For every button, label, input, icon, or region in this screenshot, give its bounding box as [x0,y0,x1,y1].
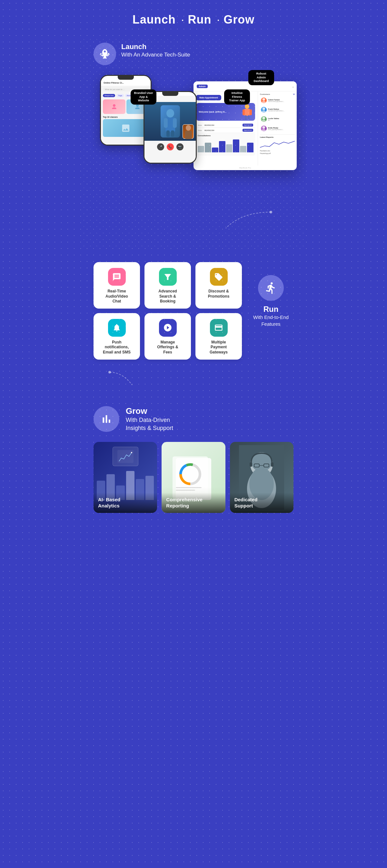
run-layout: Real-TimeAudio/VideoChat AdvancedSearch … [94,262,293,364]
video-phone-screen: ← [144,96,196,163]
cat-yoga[interactable]: Yoga [116,94,124,97]
grow-text-block: Grow With Data-DrivenInsights & Support [126,406,173,432]
video-controls: 🎤 📞 📷 [144,141,196,153]
chart-title: Consultations [198,134,253,136]
end-call-btn[interactable]: 📞 [167,143,174,150]
svg-rect-13 [248,115,250,120]
svg-point-15 [262,101,266,103]
feature-card-discount: Discount &Promotions [196,262,242,309]
svg-rect-5 [171,130,174,137]
header-section: Launch • Run • Grow [81,0,306,36]
large-image-icon [121,123,131,133]
svg-rect-40 [250,462,252,467]
run-section: Real-TimeAudio/VideoChat AdvancedSearch … [81,249,306,393]
bell-notification-icon [112,323,121,332]
svg-point-23 [108,371,111,373]
run-subtext: With End-to-EndFeatures [253,314,289,327]
grow-section: Grow With Data-DrivenInsights & Support [81,393,306,532]
connector-svg-1 [210,211,274,230]
feature-icon-video-chat [108,268,126,286]
feature-icon-payment [210,319,228,337]
phone-rows-area: Male 8626562284 Appointment Male 8626562… [196,123,255,133]
svg-point-22 [270,211,272,213]
customer-email-1: morton.kessy@yahoo.c... [268,101,294,102]
launch-text: Launch With An Advance Tech-Suite [121,42,190,59]
features-grid-wrapper: Real-TimeAudio/VideoChat AdvancedSearch … [94,262,242,364]
customers-section-title: Customers Vi [260,93,295,95]
run-text-block: Run With End-to-EndFeatures [253,305,289,327]
launch-section: Launch With An Advance Tech-Suite Online… [81,36,306,249]
avatar-svg-3 [261,116,267,122]
dot-1: • [182,18,185,23]
feature-label-notifications: Pushnotifications,Email and SMS [97,340,136,355]
camera-btn[interactable]: 📷 [176,143,183,150]
svg-rect-3 [173,118,177,128]
customer-row-1[interactable]: Calvin Farmer morton.kessy@yahoo.c... [260,96,295,104]
feature-label-search-booking: AdvancedSearch &Booking [148,289,187,304]
svg-point-0 [166,109,174,118]
launch-heading: Launch [121,42,190,51]
avatar-4 [261,126,267,131]
features-grid-bottom: Pushnotifications,Email and SMS ManageOf… [94,313,242,360]
phone-2: 8626562284 [205,129,243,131]
consultations-chart: Consultations [196,133,255,156]
customer-row-2[interactable]: Frank Stokes mustafa.tech@frames.c... [260,106,295,114]
main-title: Launch • Run • Grow [87,13,300,27]
feature-label-manage: ManageOfferings &Fees [148,340,187,355]
bar-1 [198,146,204,152]
latest-reports-section: Latest Reports Paediatric.doc Hepatology… [260,134,295,154]
connector-svg-2 [106,371,155,387]
intuitive-callout-text: IntuitiveFitnessTrainer App [229,91,245,102]
bar-3 [212,148,218,152]
customer-info-2: Frank Stokes mustafa.tech@frames.c... [268,108,294,112]
dashboard-sidebar: Customers Vi Calvin Farmer [258,91,297,165]
appt-btn-1[interactable]: Appointment [243,124,253,127]
mini-bar-chart [198,138,253,152]
robust-callout-text: Robust Admin Dashboard [253,72,269,83]
intuitive-callout: IntuitiveFitnessTrainer App [224,89,250,104]
latest-reports-title: Latest Reports [260,136,295,138]
customers-view-all[interactable]: Vi [293,93,295,95]
svg-point-8 [245,104,249,109]
svg-rect-4 [166,130,170,137]
mute-btn[interactable]: 🎤 [157,143,164,150]
analytics-card-label: AI- BasedAnalytics [94,493,157,513]
launch-label-area: Launch With An Advance Tech-Suite [94,42,293,65]
phone-row-2: Male 8626562284 Appointment [196,128,255,133]
customer-email-2: mustafa.tech@frames.c... [268,110,294,112]
dot-2: • [218,18,221,23]
svg-rect-2 [164,118,168,128]
avatar-2 [261,107,267,113]
svg-point-6 [186,125,191,131]
rocket-icon [99,48,111,60]
svg-rect-10 [243,110,245,115]
svg-point-19 [262,120,266,122]
features-grid-top: Real-TimeAudio/VideoChat AdvancedSearch … [94,262,242,309]
launch-subtext: With An Advance Tech-Suite [121,51,190,59]
customer-row-3[interactable]: Lucile Valdez sp... [260,115,295,123]
cat-weight-loss[interactable]: Weight loss [103,94,115,97]
grow-cards-grid: AI- BasedAnalytics [94,442,293,513]
chat-phone-icon [112,273,121,281]
tablet-content [113,447,138,466]
customer-row-4[interactable]: Emily Brady kerel_spank@franco.c... [260,125,295,132]
tablet-chart-svg [117,450,134,463]
bar-6 [233,140,239,152]
app-title: Online Fitness Cl... [104,82,124,84]
bar-7 [240,146,246,152]
feature-label-discount: Discount &Promotions [199,289,238,299]
app-bottom-spacer [101,138,151,145]
customer-info-1: Calvin Farmer morton.kessy@yahoo.c... [268,99,294,102]
make-appointment-button[interactable]: Make Appointment [196,95,221,100]
line-chart-svg [260,140,295,149]
appt-btn-2[interactable]: Appointment [243,129,253,132]
svg-point-14 [262,98,265,101]
img-placeholder-pink [103,99,126,114]
feature-label-payment: MultiplePaymentGateways [199,340,238,355]
svg-point-17 [262,111,266,113]
title-run: Run [188,13,212,26]
macbook-label: MacBook Pro [194,165,297,170]
feature-icon-notifications [108,319,126,337]
app-large-image [103,119,149,137]
admin-logo: Admin [197,85,208,88]
